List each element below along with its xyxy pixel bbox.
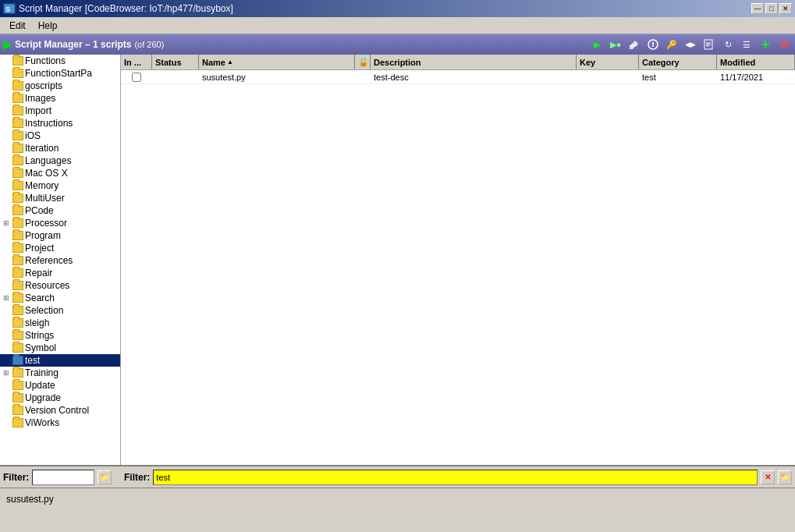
sidebar-item-processor[interactable]: ⊞Processor [0, 217, 120, 229]
export-icon [704, 39, 715, 50]
edit-button[interactable] [626, 37, 642, 52]
expander-icon: ⊞ [2, 293, 11, 303]
key-button[interactable]: 🔑 [664, 37, 680, 52]
sidebar-item-instructions[interactable]: Instructions [0, 117, 120, 129]
sidebar-item-repair[interactable]: Repair [0, 267, 120, 279]
right-filter-label: Filter: [124, 472, 150, 483]
sidebar-item-label: Update [25, 380, 55, 391]
close-panel-button[interactable]: ✕ [776, 37, 792, 52]
expander-placeholder [2, 406, 11, 415]
folder-icon [12, 268, 23, 278]
col-name-label: Name [202, 58, 225, 67]
file-modified: 11/17/2021 [717, 72, 795, 83]
folder-icon [12, 69, 23, 78]
sidebar-item-symbol[interactable]: Symbol [0, 342, 120, 354]
sidebar-item-ios[interactable]: iOS [0, 129, 120, 142]
col-header-in[interactable]: In ... [121, 55, 152, 69]
col-header-modified[interactable]: Modified [717, 55, 795, 69]
maximize-button[interactable]: □ [765, 3, 778, 14]
right-filter-input[interactable] [153, 470, 758, 485]
sidebar-item-images[interactable]: Images [0, 92, 120, 105]
file-description: test-desc [371, 72, 577, 83]
run-options-button[interactable]: ▶● [608, 37, 623, 52]
col-in-label: In ... [124, 58, 141, 67]
sidebar-item-goscripts[interactable]: goscripts [0, 80, 120, 92]
folder-icon [12, 331, 23, 340]
sidebar-item-iteration[interactable]: Iteration [0, 142, 120, 154]
sidebar-item-program[interactable]: Program [0, 229, 120, 242]
sidebar-item-strings[interactable]: Strings [0, 329, 120, 342]
expander-placeholder [2, 306, 11, 315]
sidebar-item-multiuser[interactable]: MultiUser [0, 192, 120, 204]
sidebar-item-pcode[interactable]: PCode [0, 204, 120, 217]
folder-icon [12, 144, 23, 153]
sidebar-item-viworks[interactable]: ViWorks [0, 417, 120, 429]
unknown-btn1[interactable]: ◀▶ [683, 37, 698, 52]
sidebar-item-label: Strings [25, 330, 54, 341]
right-filter-clear-button[interactable]: ✕ [761, 470, 775, 484]
sidebar-item-mac-os-x[interactable]: Mac OS X [0, 167, 120, 179]
menu-edit[interactable]: Edit [3, 19, 32, 33]
close-window-button[interactable]: ✕ [779, 3, 792, 14]
export-button[interactable] [701, 37, 717, 52]
expander-placeholder [2, 418, 11, 427]
folder-icon [12, 106, 23, 115]
sidebar-item-label: Search [25, 293, 55, 303]
menu-help[interactable]: Help [32, 19, 64, 33]
folder-icon [12, 318, 23, 328]
file-list-content: susutest.py test-desc test 11/17/2021 [121, 70, 795, 465]
sidebar-item-upgrade[interactable]: Upgrade [0, 392, 120, 404]
sidebar-item-import[interactable]: Import [0, 105, 120, 117]
sidebar-item-label: Processor [25, 218, 67, 229]
sidebar-item-selection[interactable]: Selection [0, 304, 120, 317]
sidebar-item-label: References [25, 255, 73, 266]
col-header-category[interactable]: Category [639, 55, 717, 69]
sidebar-item-label: Import [25, 105, 51, 116]
expander-placeholder [2, 243, 11, 253]
left-filter-label: Filter: [3, 472, 29, 483]
col-header-key[interactable]: Key [577, 55, 639, 69]
file-padlock [355, 76, 371, 78]
sidebar-item-project[interactable]: Project [0, 242, 120, 254]
sidebar-item-sleigh[interactable]: sleigh [0, 317, 120, 329]
col-header-description[interactable]: Description [371, 55, 577, 69]
left-filter-input[interactable] [32, 470, 94, 485]
folder-icon [12, 293, 23, 303]
col-cat-label: Category [642, 58, 680, 67]
sidebar-item-update[interactable]: Update [0, 379, 120, 392]
col-header-name[interactable]: Name ▲ [199, 55, 355, 69]
right-filter-browse-button[interactable]: 📁 [778, 470, 792, 484]
sidebar-item-references[interactable]: References [0, 254, 120, 267]
sidebar-item-languages[interactable]: Languages [0, 154, 120, 167]
left-filter-bar: Filter: 📁 [0, 466, 121, 488]
folder-icon [12, 131, 23, 140]
sidebar-item-label: FunctionStartPa [25, 68, 92, 79]
expander-placeholder [2, 181, 11, 190]
sidebar-item-functionstartpa[interactable]: FunctionStartPa [0, 67, 120, 80]
sidebar-item-functions[interactable]: Functions [0, 55, 120, 67]
add-button[interactable]: + [758, 37, 773, 52]
left-filter-browse-button[interactable]: 📁 [98, 470, 112, 484]
sidebar-item-search[interactable]: ⊞Search [0, 292, 120, 304]
sidebar-item-version-control[interactable]: Version Control [0, 404, 120, 417]
folder-icon [12, 418, 23, 427]
sidebar-item-training[interactable]: ⊞Training [0, 367, 120, 379]
minimize-button[interactable]: — [751, 3, 764, 14]
refresh-button[interactable]: ↻ [720, 37, 736, 52]
col-header-padlock[interactable]: 🔒 [355, 55, 371, 69]
sidebar-item-test[interactable]: test [0, 354, 120, 367]
sidebar-item-label: MultiUser [25, 193, 65, 204]
main-content: FunctionsFunctionStartPagoscriptsImagesI… [0, 55, 795, 465]
table-row[interactable]: susutest.py test-desc test 11/17/2021 [121, 70, 795, 84]
col-header-status[interactable]: Status [152, 55, 199, 69]
file-checkbox[interactable] [132, 73, 141, 82]
sidebar-item-resources[interactable]: Resources [0, 279, 120, 292]
list-view-button[interactable]: ☰ [739, 37, 754, 52]
svg-text:S: S [5, 5, 10, 13]
sidebar-item-label: Functions [25, 55, 66, 66]
sidebar-item-memory[interactable]: Memory [0, 179, 120, 192]
run-button[interactable]: ▶ [589, 37, 605, 52]
folder-icon [12, 156, 23, 165]
col-key-label: Key [580, 58, 595, 67]
new-script-button[interactable] [645, 37, 661, 52]
